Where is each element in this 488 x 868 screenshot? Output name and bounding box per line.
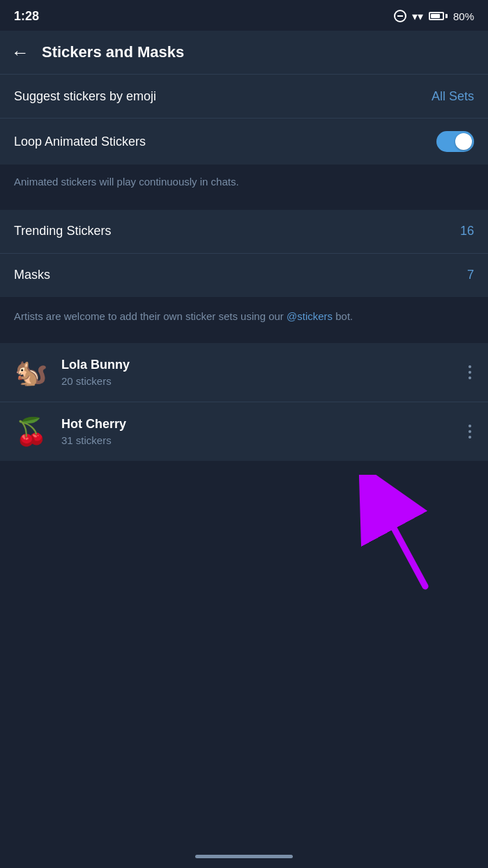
- trending-stickers-label: Trending Stickers: [14, 224, 111, 238]
- toggle-thumb: [455, 133, 472, 150]
- back-button[interactable]: ←: [11, 43, 29, 61]
- battery-percent: 80%: [453, 10, 474, 22]
- loop-animated-label: Loop Animated Stickers: [14, 135, 146, 149]
- hot-cherry-info: Hot Cherry 31 stickers: [61, 417, 463, 446]
- purple-arrow-annotation: [356, 475, 467, 593]
- suggest-stickers-label: Suggest stickers by emoji: [14, 89, 156, 104]
- lola-bunny-icon: 🐿️: [11, 353, 50, 392]
- status-icons: ▾▾ 80%: [394, 10, 474, 23]
- bottom-bar: [0, 844, 488, 868]
- lola-bunny-info: Lola Bunny 20 stickers: [61, 358, 463, 387]
- artists-note-prefix: Artists are welcome to add their own sti…: [14, 310, 287, 322]
- gap-2: [0, 336, 488, 343]
- hot-cherry-count: 31 stickers: [61, 434, 463, 446]
- gap-1: [0, 203, 488, 210]
- dnd-icon: [394, 10, 406, 22]
- status-time: 1:28: [14, 9, 39, 24]
- status-bar: 1:28 ▾▾ 80%: [0, 0, 488, 31]
- loop-animated-row[interactable]: Loop Animated Stickers: [0, 119, 488, 165]
- masks-row[interactable]: Masks 7: [0, 254, 488, 297]
- wifi-icon: ▾▾: [412, 10, 423, 23]
- section-trending: Trending Stickers 16 Masks 7: [0, 210, 488, 297]
- sticker-sets-section: 🐿️ Lola Bunny 20 stickers 🍒 Hot Cherry 3…: [0, 343, 488, 461]
- hot-cherry-icon: 🍒: [11, 412, 50, 451]
- battery-icon: [429, 12, 448, 20]
- toggle-track: [436, 131, 474, 152]
- sticker-set-item-hotcherry[interactable]: 🍒 Hot Cherry 31 stickers: [0, 402, 488, 461]
- artists-note-block: Artists are welcome to add their own sti…: [0, 297, 488, 336]
- loop-description: Animated stickers will play continuously…: [14, 176, 239, 188]
- artists-note-text: Artists are welcome to add their own sti…: [14, 310, 353, 322]
- suggest-stickers-row[interactable]: Suggest stickers by emoji All Sets: [0, 75, 488, 118]
- masks-count: 7: [467, 268, 474, 282]
- artists-note-suffix: bot.: [333, 310, 353, 322]
- lola-bunny-more-button[interactable]: [463, 360, 477, 385]
- loop-description-block: Animated stickers will play continuously…: [0, 165, 488, 203]
- arrow-annotation-area: [0, 461, 488, 600]
- lola-bunny-name: Lola Bunny: [61, 358, 463, 372]
- hot-cherry-more-button[interactable]: [463, 419, 477, 444]
- toolbar: ← Stickers and Masks: [0, 31, 488, 74]
- sticker-set-item-lola[interactable]: 🐿️ Lola Bunny 20 stickers: [0, 343, 488, 402]
- trending-stickers-row[interactable]: Trending Stickers 16: [0, 210, 488, 253]
- stickers-link[interactable]: @stickers: [287, 310, 333, 322]
- svg-line-1: [376, 496, 425, 586]
- page-title: Stickers and Masks: [42, 43, 184, 61]
- loop-animated-toggle[interactable]: [436, 131, 474, 152]
- lola-bunny-count: 20 stickers: [61, 375, 463, 387]
- hot-cherry-name: Hot Cherry: [61, 417, 463, 432]
- suggest-stickers-value: All Sets: [432, 89, 474, 104]
- masks-label: Masks: [14, 268, 50, 282]
- home-indicator: [195, 855, 293, 858]
- trending-stickers-count: 16: [460, 224, 474, 238]
- section-suggest: Suggest stickers by emoji All Sets Loop …: [0, 75, 488, 165]
